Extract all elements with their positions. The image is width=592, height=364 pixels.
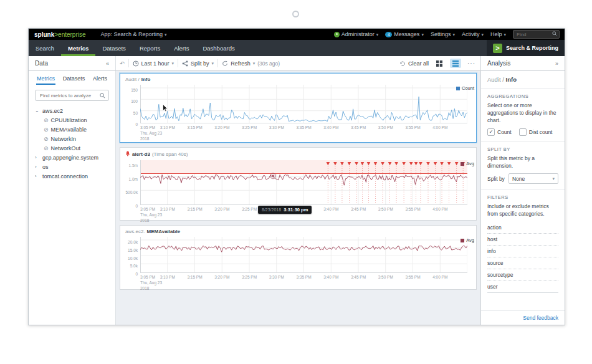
legend-count[interactable]: Count bbox=[456, 85, 474, 91]
alert-bell-icon bbox=[125, 151, 130, 158]
filter-item-action[interactable]: action bbox=[487, 222, 558, 234]
chart-title: alert-d3 (Time span 40s) bbox=[120, 148, 476, 158]
grid-view-icon[interactable] bbox=[434, 59, 445, 68]
tree-item-tomcat-connection[interactable]: ›tomcat.connection bbox=[29, 171, 115, 181]
metric-icon: ⊘ bbox=[44, 136, 49, 142]
sidebar-tab-alerts[interactable]: Alerts bbox=[92, 74, 108, 85]
appbar-tab-dashboards[interactable]: Dashboards bbox=[196, 40, 241, 56]
caret-down-icon: ▾ bbox=[421, 32, 424, 37]
send-feedback-link[interactable]: Send feedback bbox=[523, 315, 558, 321]
app-badge[interactable]: > Search & Reporting bbox=[487, 40, 565, 56]
tree-metric-networkout[interactable]: ⊘NetworkOut bbox=[29, 143, 115, 153]
line-chart[interactable] bbox=[140, 85, 467, 123]
x-tick-label: 3:30 PM bbox=[269, 125, 284, 131]
tree-metric-networkin[interactable]: ⊘NetworkIn bbox=[29, 134, 115, 143]
appbar-tab-alerts[interactable]: Alerts bbox=[167, 40, 196, 56]
expand-panel-icon[interactable]: » bbox=[555, 60, 558, 67]
chart-title-name: alert-d3 bbox=[132, 151, 150, 157]
chart-title-suffix: (Time span 40s) bbox=[152, 151, 188, 157]
filter-item-host[interactable]: host bbox=[487, 234, 558, 246]
caret-down-icon: ▾ bbox=[165, 32, 167, 37]
refresh-button[interactable]: Refresh ▾ (30s ago) bbox=[222, 60, 280, 67]
chart-card-memavailable[interactable]: aws.ec2. MEMAvailable 20.0k15.0k10.0k5.0… bbox=[120, 225, 477, 290]
y-tick-label: 150 bbox=[131, 88, 138, 92]
checkbox-count[interactable]: ✓Count bbox=[487, 128, 512, 136]
split-by-select[interactable]: None ▾ bbox=[508, 173, 558, 184]
appbar-tab-reports[interactable]: Reports bbox=[133, 40, 167, 56]
logo-brand: splunk bbox=[34, 31, 54, 38]
split-by-section: SPLIT BY Split this metric by a dimensio… bbox=[481, 141, 565, 190]
tree-item-gcp-appengine-system[interactable]: ›gcp.appengine.system bbox=[29, 153, 115, 162]
chevron-down-icon[interactable]: ⌄ bbox=[35, 108, 40, 113]
appbar-tab-search[interactable]: Search bbox=[29, 40, 61, 56]
tree-item-os[interactable]: ›os bbox=[29, 162, 115, 171]
collapse-sidebar-icon[interactable]: « bbox=[106, 60, 109, 67]
metrics-search[interactable] bbox=[35, 90, 109, 101]
activity-menu[interactable]: Activity ▾ bbox=[462, 31, 484, 37]
refresh-ago: (30s ago) bbox=[257, 60, 280, 67]
x-tick-label: 3:40 PM bbox=[323, 207, 338, 213]
sidebar-tab-metrics[interactable]: Metrics bbox=[36, 74, 55, 85]
y-axis: 1.5m1.0m500.0k0 bbox=[120, 160, 140, 205]
x-tick-label: 3:10 PM bbox=[160, 125, 175, 131]
appbar-tab-datasets[interactable]: Datasets bbox=[95, 40, 133, 56]
splunk-logo[interactable]: splunk>enterprise bbox=[34, 31, 86, 38]
filter-item-source[interactable]: source bbox=[487, 257, 558, 269]
caret-down-icon: ▾ bbox=[504, 32, 506, 37]
settings-menu[interactable]: Settings ▾ bbox=[431, 31, 455, 37]
find-search[interactable] bbox=[513, 30, 560, 39]
chart-card-alert-d3[interactable]: alert-d3 (Time span 40s) 1.5m1.0m500.0k0… bbox=[120, 147, 477, 221]
chevron-right-icon[interactable]: › bbox=[35, 164, 40, 170]
filters-description: Include or exclude metrics from specific… bbox=[487, 203, 558, 218]
metric-prefix: Audit / bbox=[487, 76, 504, 83]
chevron-right-icon[interactable]: › bbox=[35, 173, 40, 179]
legend-avg[interactable]: Avg bbox=[461, 161, 474, 166]
x-tick-label: 3:40 PM bbox=[323, 275, 338, 280]
messages-menu[interactable]: 4 Messages ▾ bbox=[385, 31, 424, 37]
checkbox-box[interactable]: ✓ bbox=[487, 128, 495, 136]
avatar bbox=[334, 32, 340, 37]
user-menu[interactable]: Administrator ▾ bbox=[334, 31, 379, 37]
split-by-value: None bbox=[512, 176, 525, 182]
tree-metric-memavailable[interactable]: ⊘MEMAvailable bbox=[29, 125, 115, 134]
chart-card-audit-info[interactable]: Audit / Info 150100500 Count 3:05 PMThu,… bbox=[120, 73, 477, 143]
metrics-search-input[interactable] bbox=[39, 92, 100, 99]
checkbox-box[interactable] bbox=[519, 128, 527, 136]
clear-all-button[interactable]: Clear all bbox=[399, 60, 429, 67]
tree-metric-cpuutilization[interactable]: ⊘CPUUtilization bbox=[29, 115, 115, 125]
appbar-tab-metrics[interactable]: Metrics bbox=[61, 40, 95, 56]
legend-avg[interactable]: Avg bbox=[461, 237, 474, 243]
caret-down-icon: ▾ bbox=[376, 32, 379, 37]
sidebar-tab-datasets[interactable]: Datasets bbox=[62, 74, 86, 85]
app-menu[interactable]: App: Search & Reporting ▾ bbox=[101, 31, 167, 37]
filter-item-user[interactable]: user bbox=[487, 281, 558, 292]
y-axis: 20.0k15.0k10.0k5.0k0 bbox=[120, 237, 140, 273]
tree-item-aws-ec2[interactable]: ⌄aws.ec2 bbox=[29, 106, 115, 115]
undo-icon[interactable]: ↶ bbox=[120, 60, 125, 67]
find-input[interactable] bbox=[515, 31, 552, 38]
more-options-icon[interactable]: ··· bbox=[466, 60, 477, 67]
checkbox-dist-count[interactable]: Dist count bbox=[519, 128, 553, 136]
messages-label: Messages bbox=[394, 31, 419, 37]
line-chart[interactable] bbox=[140, 237, 467, 273]
chevron-right-icon[interactable]: › bbox=[35, 155, 40, 160]
help-menu[interactable]: Help ▾ bbox=[490, 31, 506, 37]
x-tick-label: 3:05 PMThu, Aug 232018 bbox=[140, 125, 162, 141]
line-chart[interactable] bbox=[140, 160, 467, 205]
legend-label: Avg bbox=[466, 161, 474, 166]
filter-item-info[interactable]: info bbox=[487, 246, 558, 257]
clock-icon bbox=[133, 60, 139, 67]
split-by-button[interactable]: Split by ▾ bbox=[182, 60, 214, 67]
legend-label: Avg bbox=[466, 237, 474, 243]
y-tick-label: 20.0k bbox=[128, 240, 138, 244]
data-panel-title: Data bbox=[35, 60, 48, 67]
toolbar: Data « ↶ Last 1 hour ▾ Split by ▾ bbox=[29, 56, 565, 71]
x-tick-label: 3:20 PM bbox=[214, 125, 229, 131]
time-range-button[interactable]: Last 1 hour ▾ bbox=[133, 60, 174, 67]
x-tick-label: 3:15 PM bbox=[187, 207, 202, 213]
list-view-icon[interactable] bbox=[450, 59, 461, 68]
y-tick-label: 500.0k bbox=[125, 190, 138, 194]
metric-icon: ⊘ bbox=[44, 127, 49, 133]
y-tick-label: 1.5m bbox=[129, 163, 138, 168]
filter-item-sourcetype[interactable]: sourcetype bbox=[487, 269, 558, 281]
